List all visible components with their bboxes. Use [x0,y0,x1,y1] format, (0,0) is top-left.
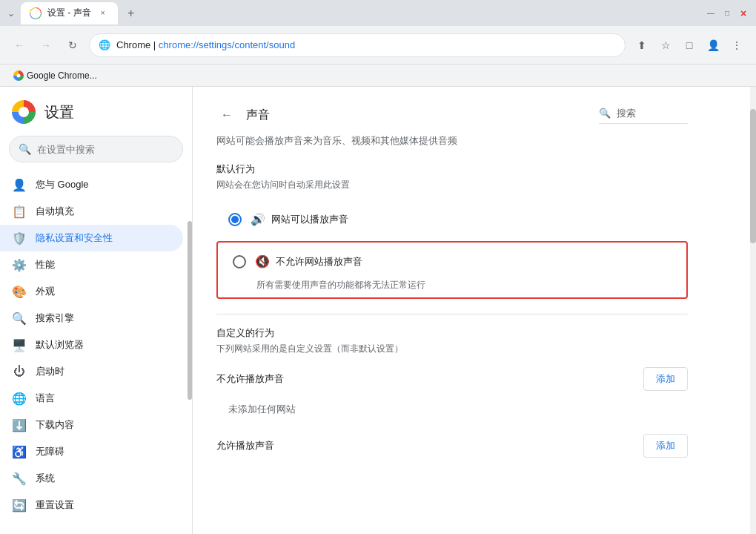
default-section: 默认行为 网站会在您访问时自动采用此设置 🔊 网站可以播放声音 🔇 [216,162,688,299]
disallow-play-subsection: 不允许播放声音 添加 未添加任何网站 [216,367,688,422]
disallow-option-sub: 所有需要使用声音的功能都将无法正常运行 [256,279,683,291]
new-tab-button[interactable]: + [121,3,142,24]
page-description: 网站可能会播放声音来为音乐、视频和其他媒体提供音频 [216,134,688,148]
sidebar-title: 设置 [44,102,74,122]
minimize-button[interactable]: — [706,8,716,19]
sidebar-item-label: 系统 [36,472,55,485]
sidebar-item-appearance[interactable]: 🎨 外观 [0,278,183,305]
sidebar-item-label: 外观 [36,285,55,298]
content-scrollbar [750,87,756,534]
sidebar-item-label: 搜索引擎 [36,312,74,325]
sidebar-scrollbar-thumb [188,221,192,400]
sidebar-item-label: 重置设置 [36,498,74,512]
sidebar-item-label: 无障碍 [36,445,64,458]
chevron-down-icon[interactable]: ⌄ [7,8,15,19]
sound-on-icon: 🔊 [251,212,265,226]
allow-radio-circle[interactable] [228,213,242,226]
sidebar-item-label: 下载内容 [36,418,74,432]
sidebar-item-search[interactable]: 🔍 搜索引擎 [0,305,183,332]
allow-option-label: 网站可以播放声音 [271,213,348,226]
disallow-play-label: 不允许播放声音 [216,372,284,386]
tab-close-button[interactable]: × [97,7,109,19]
sidebar-item-performance[interactable]: ⚙️ 性能 [0,251,183,278]
custom-section: 自定义的行为 下列网站采用的是自定义设置（而非默认设置） 不允许播放声音 添加 … [216,314,688,458]
close-window-button[interactable]: × [738,8,749,19]
custom-section-sub: 下列网站采用的是自定义设置（而非默认设置） [216,343,688,355]
search-label: 搜索 [617,107,636,120]
custom-section-label: 自定义的行为 [216,326,688,340]
sidebar-item-startup[interactable]: ⏻ 启动时 [0,358,183,385]
address-input[interactable]: 🌐 Chrome | chrome://settings/content/sou… [89,33,626,57]
sidebar-item-label: 您与 Google [36,178,89,191]
sidebar-search[interactable]: 🔍 [9,136,183,162]
titlebar-left: ⌄ 设置 - 声音 × + [7,2,142,24]
page-title: 声音 [246,108,270,123]
content-scrollbar-thumb [750,109,756,243]
sidebar-item-browser[interactable]: 🖥️ 默认浏览器 [0,332,183,358]
back-button[interactable]: ← [9,35,30,56]
content-area: ← 声音 🔍 搜索 网站可能会播放声音来为音乐、视频和其他媒体提供音频 默认行为… [193,87,756,534]
sidebar-item-language[interactable]: 🌐 语言 [0,385,183,412]
site-security-icon: 🌐 [99,39,110,50]
disallow-option-label: 不允许网站播放声音 [276,255,362,268]
sidebar-item-system[interactable]: 🔧 系统 [0,465,183,492]
default-section-label: 默认行为 [216,162,688,176]
back-button[interactable]: ← [216,105,237,125]
address-text: Chrome | chrome://settings/content/sound [116,39,616,50]
active-tab[interactable]: 设置 - 声音 × [21,2,118,24]
disallow-highlight-box: 🔇 不允许网站播放声音 所有需要使用声音的功能都将无法正常运行 [216,241,688,299]
language-icon: 🌐 [12,391,27,406]
sidebar-item-reset[interactable]: 🔄 重置设置 [0,492,183,518]
chrome-logo [12,100,36,124]
disallow-empty-text: 未添加任何网站 [216,397,688,422]
add-disallow-button[interactable]: 添加 [643,367,688,391]
appearance-icon: 🎨 [12,284,27,299]
browser-icon: 🖥️ [12,337,27,352]
download-icon: ⬇️ [12,418,27,432]
chrome-favicon [30,7,42,19]
maximize-button[interactable]: □ [722,8,732,19]
sidebar-item-autofill[interactable]: 📋 自动填充 [0,198,183,225]
search-engine-icon: 🔍 [12,311,27,326]
bookmarkbar: Google Chrome... [0,65,756,87]
refresh-button[interactable]: ↻ [62,35,83,56]
search-input[interactable] [37,144,173,155]
sidebar-scrollbar [188,87,192,534]
bookmark-item-google-chrome[interactable]: Google Chrome... [9,69,102,82]
add-allow-button[interactable]: 添加 [643,434,688,458]
window-controls: — □ × [706,8,749,19]
allow-play-label: 允许播放声音 [216,439,274,452]
accessibility-icon: ♿ [12,444,27,459]
content-header-left: ← 声音 [216,105,270,125]
menu-button[interactable]: ⋮ [726,35,747,56]
profile-button[interactable]: 👤 [703,35,723,56]
addressbar: ← → ↻ 🌐 Chrome | chrome://settings/conte… [0,26,756,65]
disallow-radio-circle[interactable] [233,255,246,268]
extension-button[interactable]: □ [679,35,700,56]
sound-off-icon: 🔇 [255,254,270,268]
allow-play-header: 允许播放声音 添加 [216,434,688,458]
main-layout: 设置 🔍 👤 您与 Google 📋 自动填充 🛡️ 隐私设置和安全性 ⚙️ 性… [0,87,756,534]
sidebar-item-accessibility[interactable]: ♿ 无障碍 [0,438,183,465]
autofill-icon: 📋 [12,204,27,219]
sidebar-nav: 👤 您与 Google 📋 自动填充 🛡️ 隐私设置和安全性 ⚙️ 性能 🎨 外… [0,171,192,518]
sidebar-header: 设置 [0,93,192,136]
sidebar-item-privacy[interactable]: 🛡️ 隐私设置和安全性 [0,225,183,251]
content-inner: ← 声音 🔍 搜索 网站可能会播放声音来为音乐、视频和其他媒体提供音频 默认行为… [193,87,712,481]
allow-sound-option[interactable]: 🔊 网站可以播放声音 [216,203,688,235]
titlebar: ⌄ 设置 - 声音 × + — □ × [0,0,756,26]
sidebar-item-google[interactable]: 👤 您与 Google [0,171,183,198]
sidebar-item-label: 自动填充 [36,205,74,218]
addressbar-actions: ⬆ ☆ □ 👤 ⋮ [631,35,747,56]
disallow-sound-option[interactable]: 🔇 不允许网站播放声音 [221,245,683,277]
disallow-option-content: 🔇 不允许网站播放声音 [255,254,362,268]
share-button[interactable]: ⬆ [631,35,652,56]
allow-option-content: 🔊 网站可以播放声音 [251,212,348,226]
forward-button[interactable]: → [36,35,56,56]
reset-icon: 🔄 [12,498,27,512]
sidebar-item-download[interactable]: ⬇️ 下载内容 [0,412,183,438]
startup-icon: ⏻ [12,364,27,379]
content-search[interactable]: 🔍 搜索 [599,107,688,124]
google-icon: 👤 [12,177,27,192]
bookmark-button[interactable]: ☆ [655,35,676,56]
